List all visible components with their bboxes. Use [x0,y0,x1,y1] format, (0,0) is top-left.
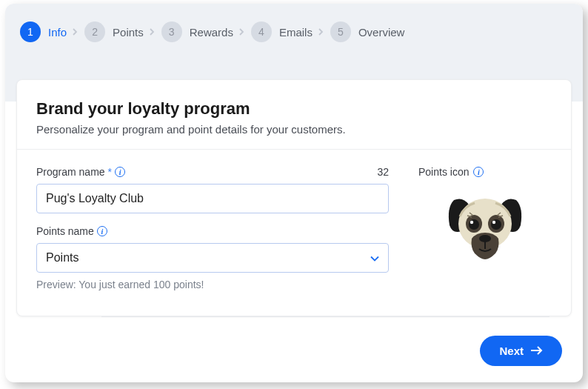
info-icon[interactable]: i [97,226,107,236]
pug-icon [447,194,524,261]
points-icon-preview[interactable] [418,194,552,261]
step-emails[interactable]: 4 Emails [251,21,313,42]
program-name-label: Program name * i [36,166,125,178]
svg-point-3 [469,219,479,230]
step-label: Info [48,26,67,39]
svg-point-7 [479,235,491,242]
svg-point-4 [491,219,501,230]
points-name-label: Points name i [36,225,107,237]
points-icon-label: Points icon i [418,166,552,178]
svg-point-5 [470,221,473,224]
chevron-right-icon [73,27,78,38]
preview-text: Preview: You just earned 100 points! [36,279,389,290]
divider [101,316,549,317]
main-card: Brand your loyalty program Personalize y… [16,79,572,316]
label-text: Points name [36,225,94,237]
step-info[interactable]: 1 Info [20,21,67,42]
step-overview[interactable]: 5 Overview [330,21,405,42]
step-number: 2 [84,21,105,42]
required-asterisk: * [108,166,112,178]
program-name-input[interactable] [36,184,389,213]
step-number: 3 [161,21,182,42]
step-number: 4 [251,21,272,42]
next-button[interactable]: Next [480,336,562,366]
next-button-label: Next [499,345,524,357]
page-subtitle: Personalize your program and point detai… [36,123,552,136]
step-rewards[interactable]: 3 Rewards [161,21,233,42]
step-label: Rewards [190,26,233,39]
chevron-down-icon [370,253,379,264]
chevron-right-icon [318,27,324,38]
chevron-right-icon [150,27,156,38]
arrow-right-icon [531,345,543,357]
step-number: 1 [20,21,41,42]
label-text: Program name [36,166,105,178]
step-label: Emails [279,26,313,39]
step-points[interactable]: 2 Points [84,21,144,42]
svg-point-6 [492,221,495,224]
label-text: Points icon [418,166,469,178]
step-label: Points [113,26,144,39]
select-value: Points [46,251,78,265]
page-title: Brand your loyalty program [36,99,552,119]
step-label: Overview [358,26,405,39]
chevron-right-icon [239,27,245,38]
step-number: 5 [330,21,351,42]
char-count: 32 [377,166,389,178]
info-icon[interactable]: i [473,167,484,177]
points-name-select[interactable]: Points [36,243,389,273]
stepper: 1 Info 2 Points 3 Rewards 4 Email [5,21,583,42]
info-icon[interactable]: i [115,167,125,177]
